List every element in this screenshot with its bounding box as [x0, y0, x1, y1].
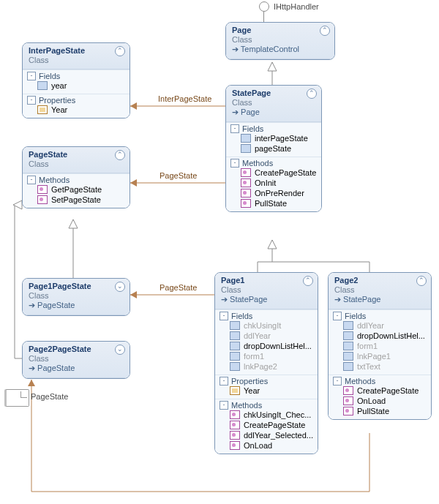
class-title: Page2PageState [29, 345, 125, 353]
class-page1[interactable]: ⌃ Page1 Class ➔ StatePage -Fields chkUsi… [214, 272, 318, 454]
class-kind: Class [232, 35, 330, 44]
method-item[interactable]: OnLoad [220, 440, 313, 451]
section-properties[interactable]: -Properties [27, 96, 125, 105]
method-item[interactable]: OnLoad [333, 396, 427, 406]
expand-icon[interactable]: ⌄ [115, 282, 125, 292]
field-item[interactable]: chkUsingIt [220, 320, 313, 331]
method-item[interactable]: OnInit [230, 178, 317, 188]
expand-icon[interactable]: ⌄ [115, 345, 125, 355]
method-icon [343, 407, 353, 415]
class-title: InterPageState [29, 46, 125, 55]
interface-label: IHttpHandler [274, 2, 319, 11]
field-item[interactable]: form1 [333, 341, 427, 351]
class-interpagestate[interactable]: ⌃ InterPageState Class -Fields year -Pro… [22, 42, 130, 119]
assoc-label-interpagestate: InterPageState [158, 94, 211, 103]
method-icon [37, 185, 48, 194]
class-kind: Class [232, 98, 317, 107]
method-icon [37, 195, 48, 204]
class-base: ➔ PageState [29, 301, 125, 310]
field-icon [241, 144, 251, 153]
section-properties[interactable]: -Properties [220, 377, 313, 385]
method-icon [241, 189, 251, 198]
property-item[interactable]: Year [27, 105, 125, 115]
collapse-icon[interactable]: ⌃ [320, 26, 330, 36]
method-item[interactable]: OnPreRender [230, 188, 317, 198]
property-item[interactable]: Year [220, 385, 313, 396]
method-item[interactable]: ddlYear_Selected... [220, 430, 313, 440]
field-item[interactable]: dropDownListHel... [333, 331, 427, 341]
field-item[interactable]: lnkPage2 [220, 361, 313, 372]
field-icon [230, 342, 240, 350]
svg-marker-1 [268, 62, 277, 71]
class-kind: Class [29, 354, 125, 363]
class-statepage[interactable]: ⌃ StatePage Class ➔ Page -Fields interPa… [225, 85, 322, 212]
field-item[interactable]: dropDownListHel... [220, 341, 313, 351]
assoc-label-pagestate-1: PageState [160, 171, 197, 180]
section-methods[interactable]: -Methods [333, 377, 427, 385]
class-base: ➔ StatePage [334, 295, 427, 304]
field-icon [230, 352, 240, 361]
svg-marker-22 [28, 380, 35, 386]
svg-marker-8 [69, 219, 78, 228]
class-title: Page [232, 26, 330, 34]
class-base: ➔ StatePage [221, 295, 313, 304]
class-kind: Class [29, 56, 125, 64]
field-item[interactable]: lnkPage1 [333, 351, 427, 361]
method-icon [343, 396, 353, 405]
note-icon [4, 389, 29, 407]
interface-stem [263, 12, 264, 22]
section-fields[interactable]: -Fields [333, 312, 427, 320]
field-item[interactable]: ddlYear [333, 320, 427, 331]
method-item[interactable]: CreatePageState [220, 420, 313, 430]
field-item[interactable]: year [27, 80, 125, 91]
class-title: Page1 [221, 276, 313, 285]
class-title: Page1PageState [29, 282, 125, 290]
method-icon [230, 421, 240, 429]
class-base: ➔ Page [232, 108, 317, 117]
method-item[interactable]: SetPageState [27, 195, 125, 205]
collapse-icon[interactable]: ⌃ [307, 89, 317, 99]
class-pagestate[interactable]: ⌃ PageState Class -Methods GetPageState … [22, 146, 130, 208]
method-icon [241, 168, 251, 177]
class-page[interactable]: ⌃ Page Class ➔ TemplateControl [225, 22, 335, 60]
class-page2pagestate[interactable]: ⌄ Page2PageState Class ➔ PageState [22, 341, 130, 379]
section-fields[interactable]: -Fields [220, 312, 313, 320]
field-item[interactable]: pageState [230, 143, 317, 154]
section-methods[interactable]: -Methods [220, 401, 313, 410]
method-icon [230, 441, 240, 450]
method-icon [241, 199, 251, 208]
field-icon [343, 331, 353, 340]
svg-marker-12 [13, 200, 22, 209]
class-page2[interactable]: ⌃ Page2 Class ➔ StatePage -Fields ddlYea… [328, 272, 432, 420]
class-kind: Class [29, 291, 125, 300]
field-item[interactable]: ddlYear [220, 331, 313, 341]
svg-marker-18 [130, 291, 137, 298]
collapse-icon[interactable]: ⌃ [115, 150, 125, 160]
method-item[interactable]: PullState [333, 406, 427, 416]
method-item[interactable]: CreatePageState [230, 168, 317, 178]
method-item[interactable]: CreatePageState [333, 385, 427, 396]
class-page1pagestate[interactable]: ⌄ Page1PageState Class ➔ PageState [22, 278, 130, 316]
method-icon [230, 431, 240, 440]
class-title: PageState [29, 150, 125, 159]
section-fields[interactable]: -Fields [230, 124, 317, 133]
field-item[interactable]: form1 [220, 351, 313, 361]
field-item[interactable]: txtText [333, 361, 427, 372]
method-item[interactable]: PullState [230, 198, 317, 208]
assoc-label-pagestate-3: PageState [31, 392, 68, 401]
field-icon [343, 321, 353, 330]
field-icon [343, 342, 353, 350]
collapse-icon[interactable]: ⌃ [303, 276, 313, 286]
field-item[interactable]: interPageState [230, 133, 317, 143]
class-kind: Class [221, 285, 313, 294]
section-methods[interactable]: -Methods [27, 176, 125, 184]
section-fields[interactable]: -Fields [27, 72, 125, 80]
class-title: StatePage [232, 89, 317, 97]
class-base: ➔ TemplateControl [232, 45, 330, 54]
section-methods[interactable]: -Methods [230, 159, 317, 168]
collapse-icon[interactable]: ⌃ [115, 46, 125, 56]
svg-marker-3 [268, 240, 277, 249]
method-item[interactable]: GetPageState [27, 184, 125, 195]
collapse-icon[interactable]: ⌃ [416, 276, 427, 286]
method-item[interactable]: chkUsingIt_Chec... [220, 410, 313, 420]
